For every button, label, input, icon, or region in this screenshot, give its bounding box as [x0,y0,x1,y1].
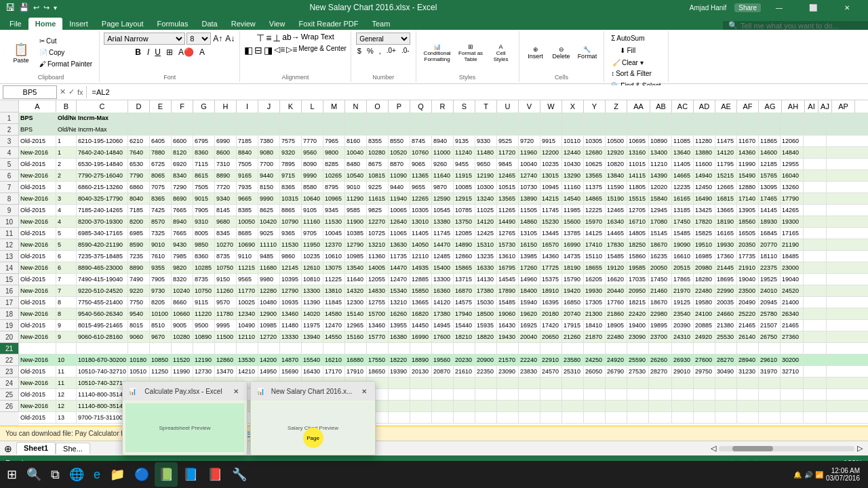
cell[interactable]: 18400 [519,285,540,296]
cell[interactable] [649,124,672,135]
cell[interactable]: 14120 [432,297,454,308]
cell[interactable] [432,378,454,388]
fill-btn[interactable]: ⬇ Fill [617,45,638,56]
cell[interactable]: 11950 [302,239,323,250]
cell[interactable]: 18280 [694,274,715,285]
cell[interactable] [627,124,649,135]
cell[interactable]: 7505 [193,182,215,192]
cell[interactable]: 16710 [627,216,649,227]
cell[interactable]: 17380 [475,285,497,296]
cell[interactable]: 8090 [302,159,323,169]
percent-btn[interactable]: % [365,46,376,56]
cell[interactable]: 11745 [432,228,454,239]
cell[interactable]: 4 [56,205,77,216]
cell[interactable] [715,124,737,135]
col-v[interactable]: V [519,100,540,113]
cell[interactable] [672,412,694,423]
minimize-btn[interactable]: — [764,0,795,15]
cell[interactable] [432,343,454,354]
cell[interactable]: 13185 [672,205,694,216]
cell[interactable]: 8040 [128,193,150,204]
cell[interactable]: 15190 [606,193,627,204]
cell[interactable]: 19420 [562,285,584,296]
cell[interactable]: 6920 [172,159,193,169]
cell[interactable]: 10985 [345,251,367,262]
cell[interactable]: 30490 [715,366,737,377]
cell[interactable]: 9355 [150,262,172,273]
cell[interactable] [280,124,302,135]
cell[interactable]: 17465 [759,193,781,204]
cell[interactable]: 12340 [237,308,258,319]
cell[interactable]: 9060 [128,331,150,342]
font-name-select[interactable]: Arial Narrow [104,33,185,45]
cell[interactable]: 11680 [258,262,280,273]
cell[interactable] [804,331,827,342]
cell[interactable]: 9365 [280,228,302,239]
cell[interactable]: 21870 [584,331,606,342]
cell[interactable]: 23000 [781,262,804,273]
cell[interactable]: Old-2015 [19,274,56,285]
cell[interactable]: 17725 [540,262,562,273]
cell[interactable]: 11500 [215,331,237,342]
cell[interactable] [804,124,827,135]
cell[interactable] [584,113,606,123]
cell[interactable] [672,378,694,388]
formula-cancel[interactable]: ✕ [60,87,66,96]
cell[interactable]: 7905 [150,274,172,285]
cell[interactable]: 8200-370-19300 [77,216,128,227]
cell[interactable] [584,378,606,388]
cell[interactable] [497,113,519,123]
cell[interactable]: 21970 [672,285,694,296]
cell[interactable]: 7235-375-18485 [77,251,128,262]
cell[interactable]: 11375 [584,182,606,192]
cell[interactable]: 15160 [345,331,367,342]
cell[interactable]: 20945 [759,297,781,308]
cell[interactable] [410,389,432,400]
cell[interactable]: 18670 [649,239,672,250]
cell[interactable]: 12200 [540,147,562,158]
cell[interactable]: 12465 [606,205,627,216]
cell[interactable] [804,262,827,273]
cell[interactable]: 20490 [737,297,759,308]
cell[interactable]: 11280 [694,136,715,146]
row-num-17[interactable]: 17 [0,297,19,308]
cell[interactable]: 21570 [497,354,519,365]
cell[interactable]: 8065 [150,170,172,181]
cell[interactable] [475,389,497,400]
cell[interactable]: 14465 [606,228,627,239]
cell[interactable]: 11 [56,366,77,377]
cell[interactable]: 14805 [627,228,649,239]
tab-page-layout[interactable]: Page Layout [95,18,151,30]
row-num-21[interactable]: 21 [0,343,19,354]
row-num-24[interactable]: 24 [0,378,19,389]
cell[interactable]: 20900 [475,354,497,365]
cell[interactable]: 7985 [172,251,193,262]
cell[interactable]: 8590-420-21190 [77,239,128,250]
cell[interactable]: 11215 [237,262,258,273]
row-num-9[interactable]: 9 [0,205,19,216]
cell[interactable]: 13330 [280,331,302,342]
cell[interactable]: 11915 [454,170,475,181]
cell[interactable]: 10695 [627,136,649,146]
cell[interactable]: 8145 [215,205,237,216]
cell[interactable] [562,378,584,388]
cell[interactable]: 26140 [737,331,759,342]
cell[interactable]: 17035 [627,274,649,285]
cell[interactable] [804,239,827,250]
cell[interactable] [694,343,715,354]
cell[interactable]: 14840 [781,147,804,158]
cell[interactable]: New-2016 [19,239,56,250]
cell[interactable] [694,389,715,400]
cell[interactable] [410,401,432,411]
cell[interactable]: 2 [56,159,77,169]
cell[interactable]: 20770 [759,239,781,250]
horizontal-scrollbar[interactable] [719,446,854,451]
edge-btn[interactable]: 🌐 [65,462,88,487]
popup-close-1[interactable]: ✕ [231,386,241,396]
cell[interactable]: 17140 [737,193,759,204]
col-l[interactable]: L [302,100,323,113]
wrap-text-btn[interactable]: Wrap Text [301,33,334,43]
cell[interactable]: 10815 [367,170,389,181]
cell[interactable]: 12900 [258,308,280,319]
cell[interactable]: 9330 [475,136,497,146]
